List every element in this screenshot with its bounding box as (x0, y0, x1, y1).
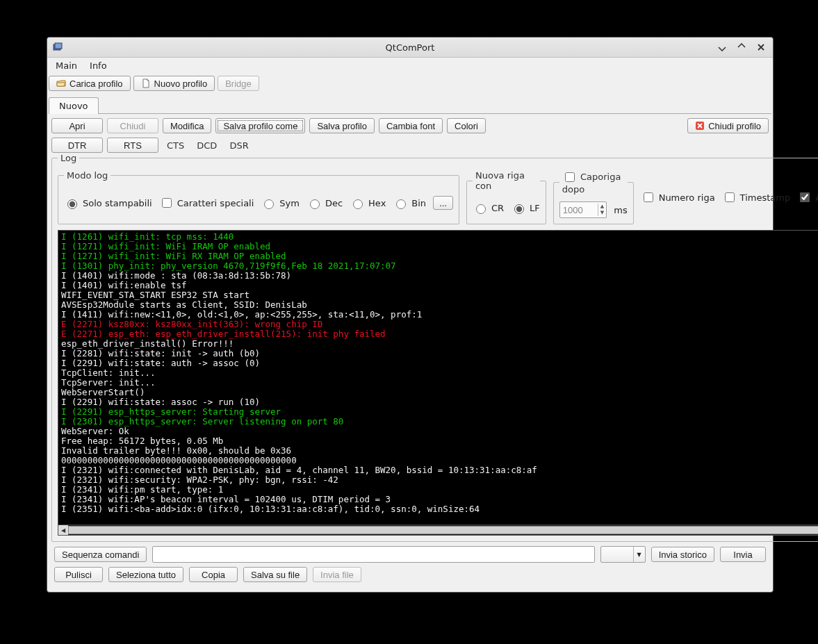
close-profile-button[interactable]: Chiudi profilo (687, 118, 769, 133)
terminal-output[interactable]: I (1261) wifi_init: tcp mss: 1440I (1271… (58, 231, 818, 525)
load-profile-label: Carica profilo (69, 79, 123, 89)
change-font-button[interactable]: Cambia font (379, 118, 443, 133)
select-all-button[interactable]: Seleziona tutto (108, 567, 183, 582)
spin-up-icon[interactable]: ▲ (598, 204, 606, 210)
save-to-file-button[interactable]: Salva su file (243, 567, 307, 582)
dcd-label: DCD (193, 139, 221, 152)
send-button[interactable]: Invia (720, 547, 766, 562)
window-close-icon[interactable] (755, 41, 767, 53)
rts-button[interactable]: RTS (107, 138, 158, 153)
log-group: Log Modo log Solo stampabili Caratteri s… (51, 153, 818, 542)
tabbar: Nuovo (47, 97, 773, 113)
mode-sym-radio[interactable]: Sym (261, 197, 300, 209)
open-button[interactable]: Apri (51, 118, 103, 133)
send-file-button: Invia file (313, 567, 361, 582)
window-minimize-icon[interactable] (716, 41, 728, 53)
send-history-button[interactable]: Invia storico (651, 547, 714, 562)
dsr-label: DSR (225, 139, 252, 152)
sequence-commands-button[interactable]: Sequenza comandi (54, 547, 147, 562)
profile-actions-row: Apri Chiudi Modifica Salva profilo come … (51, 118, 769, 133)
signals-row: DTR RTS CTS DCD DSR (51, 138, 769, 153)
bottom-row: Pulisci Seleziona tutto Copia Salva su f… (51, 563, 769, 586)
new-document-icon (141, 79, 151, 88)
log-mode-legend: Modo log (64, 170, 111, 181)
colors-button[interactable]: Colori (447, 118, 486, 133)
app-window: QtComPort Main Info Carica profilo (47, 37, 774, 593)
newline-legend: Nuova riga con (473, 170, 540, 191)
mode-dec-radio[interactable]: Dec (306, 197, 343, 209)
mode-printable-radio[interactable]: Solo stampabili (64, 197, 152, 209)
autoscroll-check[interactable]: Autoscroll (797, 190, 818, 204)
bridge-button: Bridge (218, 76, 259, 91)
caporiga-value[interactable] (560, 204, 598, 217)
window-maximize-icon[interactable] (735, 41, 748, 53)
send-row: Sequenza comandi ▼ Invia storico Invia (51, 542, 769, 563)
menu-main[interactable]: Main (50, 59, 83, 72)
titlebar: QtComPort (47, 38, 773, 58)
toolbar: Carica profilo Nuovo profilo Bridge (47, 73, 773, 94)
copy-button[interactable]: Copia (189, 567, 238, 582)
log-legend: Log (58, 153, 79, 163)
menubar: Main Info (47, 58, 773, 73)
modify-button[interactable]: Modifica (163, 118, 211, 133)
horizontal-scrollbar[interactable]: ◀ ▶ (58, 525, 818, 535)
mode-more-button[interactable]: ... (433, 196, 453, 210)
mode-hex-radio[interactable]: Hex (350, 197, 386, 209)
log-mode-group: Modo log Solo stampabili Caratteri speci… (58, 170, 459, 224)
save-profile-button[interactable]: Salva profilo (309, 118, 375, 133)
svg-rect-1 (55, 43, 62, 49)
linenum-check[interactable]: Numero riga (641, 190, 715, 204)
new-profile-button[interactable]: Nuovo profilo (133, 76, 215, 91)
mode-bin-radio[interactable]: Bin (393, 197, 426, 209)
terminal: I (1261) wifi_init: tcp mss: 1440I (1271… (58, 230, 818, 536)
caporiga-unit: ms (614, 205, 627, 215)
chevron-down-icon[interactable]: ▼ (633, 547, 645, 562)
cts-label: CTS (163, 139, 188, 152)
tab-panel: Apri Chiudi Modifica Salva profilo come … (49, 113, 771, 592)
newline-lf-radio[interactable]: LF (511, 202, 540, 214)
caporiga-spin[interactable]: ▲ ▼ (559, 201, 607, 218)
clear-button[interactable]: Pulisci (54, 567, 103, 582)
history-combo[interactable]: ▼ (600, 546, 646, 563)
scroll-left-icon[interactable]: ◀ (58, 525, 68, 535)
load-profile-button[interactable]: Carica profilo (49, 76, 131, 91)
mode-special-check[interactable]: Caratteri speciali (159, 196, 254, 210)
caporiga-legend: Caporiga dopo (559, 170, 628, 195)
close-button: Chiudi (107, 118, 158, 133)
newline-group: Nuova riga con CR LF (466, 170, 546, 224)
command-input[interactable] (152, 546, 594, 563)
tab-nuovo[interactable]: Nuovo (49, 97, 99, 114)
timestamp-check[interactable]: Timestamp (722, 190, 791, 204)
window-title: QtComPort (47, 42, 773, 53)
folder-open-icon (56, 79, 66, 88)
app-icon (53, 42, 64, 53)
menu-info[interactable]: Info (84, 59, 113, 72)
new-profile-label: Nuovo profilo (154, 79, 208, 89)
caporiga-group: Caporiga dopo ▲ ▼ ms (553, 170, 634, 224)
caporiga-check[interactable] (565, 172, 575, 182)
log-controls: Modo log Solo stampabili Caratteri speci… (58, 170, 818, 224)
bridge-label: Bridge (225, 79, 252, 89)
close-profile-icon (695, 121, 705, 131)
close-profile-label: Chiudi profilo (708, 121, 761, 131)
spin-down-icon[interactable]: ▼ (598, 210, 606, 216)
newline-cr-radio[interactable]: CR (473, 202, 504, 214)
save-profile-as-button[interactable]: Salva profilo come (215, 118, 305, 133)
dtr-button[interactable]: DTR (51, 138, 103, 153)
